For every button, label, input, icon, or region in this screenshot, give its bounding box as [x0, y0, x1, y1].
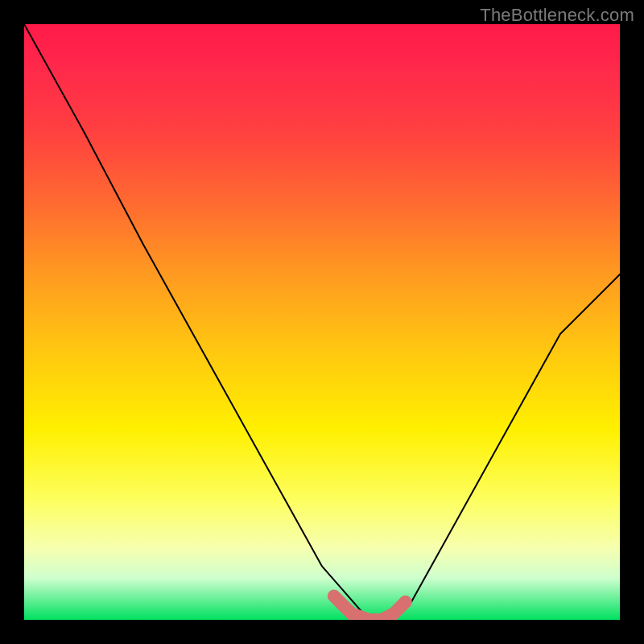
bottleneck-curve: [24, 24, 620, 620]
trough-marker: [334, 596, 406, 620]
chart-frame: TheBottleneck.com: [0, 0, 644, 644]
watermark-text: TheBottleneck.com: [480, 5, 634, 26]
trough-marker-dot: [399, 596, 412, 609]
plot-area: [24, 24, 620, 620]
chart-svg: [24, 24, 620, 620]
